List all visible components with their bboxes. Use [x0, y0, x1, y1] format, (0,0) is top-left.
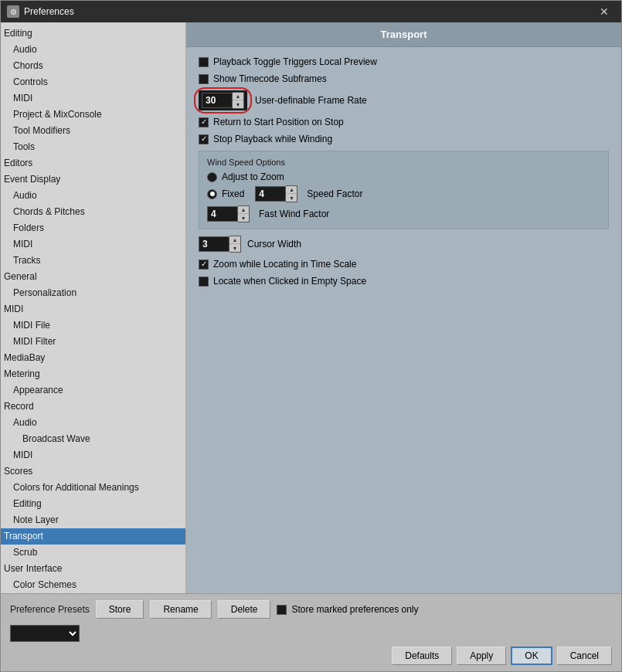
zoom-locating-checkbox[interactable] — [199, 260, 209, 270]
sidebar-item-scrub[interactable]: Scrub — [1, 545, 185, 561]
sidebar-item-user-interface[interactable]: User Interface — [1, 561, 185, 577]
adjust-to-zoom-radio[interactable] — [207, 172, 217, 182]
fixed-radio[interactable] — [207, 189, 217, 199]
wind-speed-box: Wind Speed Options Adjust to Zoom Fixed … — [199, 151, 609, 229]
sidebar-item-label: Record — [4, 401, 34, 412]
sidebar-item-controls[interactable]: Controls — [1, 74, 185, 90]
sidebar-item-label: Broadcast Wave — [22, 433, 90, 444]
cursor-width-up[interactable]: ▲ — [229, 236, 240, 244]
sidebar-item-event-display[interactable]: Event Display — [1, 171, 185, 188]
stop-playback-checkbox[interactable] — [199, 134, 209, 144]
wind-speed-title: Wind Speed Options — [207, 158, 600, 167]
stop-playback-text: Stop Playback while Winding — [213, 134, 332, 144]
cursor-width-value[interactable]: 3 — [199, 236, 229, 252]
ok-button[interactable]: OK — [511, 647, 552, 665]
defaults-button[interactable]: Defaults — [392, 647, 452, 665]
sidebar-item-audio3[interactable]: Audio — [1, 415, 185, 431]
store-marked-checkbox[interactable] — [277, 605, 287, 615]
sidebar-item-tools[interactable]: Tools — [1, 139, 185, 155]
sidebar-item-audio[interactable]: Audio — [1, 42, 185, 58]
return-start-checkbox[interactable] — [199, 117, 209, 127]
frame-rate-spinbox[interactable]: 30 ▲ ▼ — [202, 92, 244, 109]
sidebar-item-project[interactable]: Project & MixConsole — [1, 107, 185, 123]
sidebar-item-midi-filter[interactable]: MIDI Filter — [1, 334, 185, 350]
sidebar-item-metering[interactable]: Metering — [1, 366, 185, 382]
store-marked-row: Store marked preferences only — [277, 604, 418, 615]
show-timecode-checkbox[interactable] — [199, 74, 209, 84]
sidebar-item-midi3[interactable]: MIDI — [1, 301, 185, 317]
store-button[interactable]: Store — [96, 600, 144, 619]
stop-playback-label[interactable]: Stop Playback while Winding — [199, 134, 332, 144]
sidebar-item-chords-pitches[interactable]: Chords & Pitches — [1, 204, 185, 220]
zoom-locating-label[interactable]: Zoom while Locating in Time Scale — [199, 259, 356, 270]
sidebar-item-label: Audio — [13, 44, 37, 55]
sidebar-item-note-layer[interactable]: Note Layer — [1, 512, 185, 528]
sidebar-item-chords[interactable]: Chords — [1, 58, 185, 74]
sidebar-item-midi1[interactable]: MIDI — [1, 90, 185, 107]
sidebar-item-broadcast-wave[interactable]: Broadcast Wave — [1, 431, 185, 447]
fast-wind-up[interactable]: ▲ — [238, 206, 249, 214]
close-button[interactable]: ✕ — [593, 4, 615, 19]
sidebar-item-audio2[interactable]: Audio — [1, 188, 185, 204]
app-icon: ⚙ — [7, 5, 19, 18]
cancel-button[interactable]: Cancel — [557, 647, 612, 665]
preset-select[interactable] — [10, 625, 80, 642]
sidebar-item-label: MIDI Filter — [13, 336, 56, 347]
fixed-up[interactable]: ▲ — [286, 186, 297, 194]
sidebar-item-scores[interactable]: Scores — [1, 463, 185, 480]
playback-toggle-label[interactable]: Playback Toggle Triggers Local Preview — [199, 56, 377, 67]
sidebar-item-label: MIDI — [13, 450, 32, 460]
cursor-width-down[interactable]: ▼ — [229, 244, 240, 252]
fast-wind-row: 4 ▲ ▼ Fast Wind Factor — [207, 205, 600, 222]
sidebar-item-label: Scrub — [13, 547, 37, 558]
sidebar-item-label: Chords — [13, 60, 43, 71]
right-panel: Transport Playback Toggle Triggers Local… — [186, 22, 621, 593]
fixed-value[interactable]: 4 — [255, 186, 286, 202]
show-timecode-label[interactable]: Show Timecode Subframes — [199, 73, 327, 84]
fixed-spinbox[interactable]: 4 ▲ ▼ — [255, 185, 297, 202]
sidebar-item-mediabay[interactable]: MediaBay — [1, 350, 185, 366]
sidebar-item-color-schemes[interactable]: Color Schemes — [1, 577, 185, 593]
sidebar-item-tracks[interactable]: Tracks — [1, 253, 185, 269]
frame-rate-arrows: ▲ ▼ — [233, 92, 244, 109]
sidebar-item-personalization[interactable]: Personalization — [1, 285, 185, 301]
frame-rate-up[interactable]: ▲ — [233, 93, 243, 100]
fixed-row: Fixed 4 ▲ ▼ Speed Factor — [207, 185, 600, 202]
sidebar-item-label: MediaBay — [4, 352, 45, 363]
fast-wind-value[interactable]: 4 — [207, 206, 238, 222]
adjust-to-zoom-label: Adjust to Zoom — [222, 171, 284, 182]
frame-rate-value[interactable]: 30 — [202, 93, 233, 108]
cursor-width-spinbox[interactable]: 3 ▲ ▼ — [199, 236, 241, 253]
sidebar-item-appearance[interactable]: Appearance — [1, 382, 185, 399]
sidebar-item-transport[interactable]: Transport — [1, 528, 185, 545]
cursor-width-arrows: ▲ ▼ — [229, 236, 241, 253]
fast-wind-spinbox[interactable]: 4 ▲ ▼ — [207, 205, 250, 222]
title-bar: ⚙ Preferences ✕ — [1, 1, 621, 22]
frame-rate-down[interactable]: ▼ — [233, 100, 243, 108]
panel-title: Transport — [186, 22, 621, 47]
locate-clicked-checkbox[interactable] — [199, 277, 209, 287]
sidebar-item-midi2[interactable]: MIDI — [1, 236, 185, 253]
sidebar-item-label: Editors — [4, 158, 32, 168]
sidebar-item-label: MIDI — [13, 239, 32, 249]
sidebar-item-label: Project & MixConsole — [13, 109, 102, 120]
locate-clicked-label[interactable]: Locate when Clicked in Empty Space — [199, 276, 366, 287]
sidebar-item-folders[interactable]: Folders — [1, 220, 185, 236]
sidebar-item-editors[interactable]: Editors — [1, 155, 185, 171]
sidebar-item-tool-mod[interactable]: Tool Modifiers — [1, 123, 185, 139]
sidebar-item-record[interactable]: Record — [1, 399, 185, 415]
sidebar-item-midi-file[interactable]: MIDI File — [1, 317, 185, 334]
sidebar-item-label: Transport — [4, 531, 43, 541]
sidebar-item-scores-editing[interactable]: Editing — [1, 496, 185, 512]
playback-toggle-checkbox[interactable] — [199, 57, 209, 67]
fast-wind-down[interactable]: ▼ — [238, 214, 249, 222]
rename-button[interactable]: Rename — [150, 600, 211, 619]
apply-button[interactable]: Apply — [457, 647, 506, 665]
sidebar-item-general[interactable]: General — [1, 269, 185, 285]
sidebar-item-editing[interactable]: Editing — [1, 25, 185, 42]
return-start-label[interactable]: Return to Start Position on Stop — [199, 117, 344, 127]
fixed-down[interactable]: ▼ — [286, 194, 297, 202]
delete-button[interactable]: Delete — [218, 600, 271, 619]
sidebar-item-colors-add[interactable]: Colors for Additional Meanings — [1, 480, 185, 496]
sidebar-item-midi4[interactable]: MIDI — [1, 447, 185, 463]
